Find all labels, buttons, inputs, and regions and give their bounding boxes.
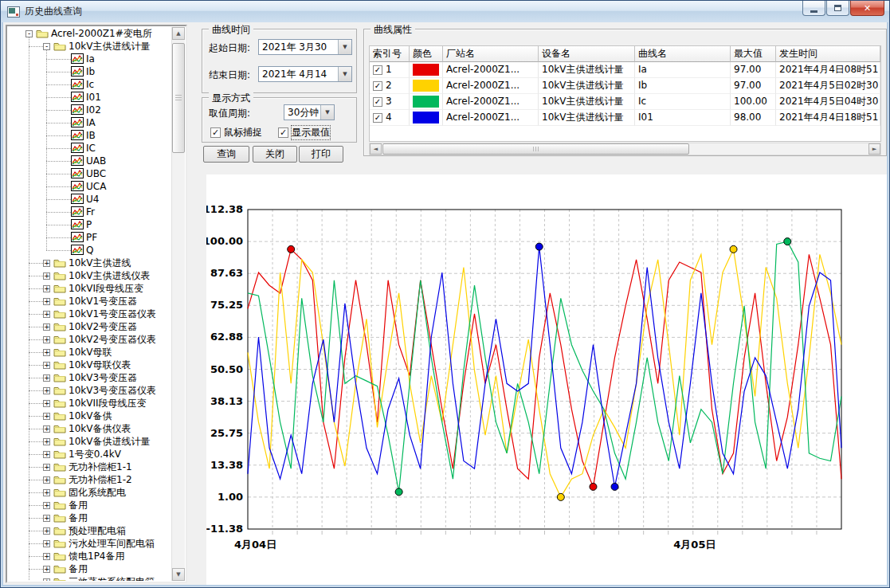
expand-toggle-icon[interactable]: +: [43, 349, 50, 356]
table-row[interactable]: ✓4Acrel-2000Z1...10kV主供进线计量I0198.002021年…: [370, 110, 880, 126]
tree-item[interactable]: +10kVII段母线压变: [8, 397, 171, 410]
tree-item[interactable]: IC: [8, 142, 171, 155]
tree-vertical-scrollbar[interactable]: ▲ ▼: [171, 27, 185, 581]
expand-toggle-icon[interactable]: +: [43, 502, 50, 509]
tree-item[interactable]: +无功补偿柜1-2: [8, 473, 171, 486]
checkbox-check-icon[interactable]: ✓: [210, 127, 221, 138]
query-button[interactable]: 查询: [203, 146, 249, 163]
expand-toggle-icon[interactable]: +: [43, 438, 50, 445]
tree-item[interactable]: +10kVI段母线压变: [8, 282, 171, 295]
expand-toggle-icon[interactable]: +: [43, 260, 50, 267]
expand-toggle-icon[interactable]: +: [43, 464, 50, 471]
tree-item[interactable]: +10kV3号变压器: [8, 371, 171, 384]
tree-item[interactable]: Ia: [8, 53, 171, 65]
curve-visible-checkbox[interactable]: ✓: [373, 81, 382, 91]
show-extremes-checkbox[interactable]: ✓ 显示最值: [278, 126, 330, 139]
expand-toggle-icon[interactable]: +: [43, 425, 50, 433]
table-row[interactable]: ✓2Acrel-2000Z1...10kV主供进线计量Ib97.002021年4…: [370, 78, 880, 94]
curve-visible-checkbox[interactable]: ✓: [373, 113, 382, 123]
expand-toggle-icon[interactable]: +: [43, 451, 50, 458]
scroll-down-button[interactable]: ▼: [172, 568, 185, 581]
tree-item[interactable]: +10kV备供进线计量: [8, 435, 171, 448]
tree-item[interactable]: I02: [8, 104, 171, 116]
chevron-down-icon[interactable]: ▼: [338, 40, 351, 54]
expand-toggle-icon[interactable]: +: [43, 311, 50, 318]
tree-item[interactable]: +10kV母联仪表: [8, 359, 171, 371]
tree-item[interactable]: UAB: [8, 155, 171, 167]
chevron-down-icon[interactable]: ▼: [338, 67, 351, 81]
tree-item[interactable]: +污水处理车间配电箱: [8, 537, 171, 550]
tree-item[interactable]: Q: [8, 244, 171, 257]
curve-visible-checkbox[interactable]: ✓: [373, 65, 382, 75]
expand-toggle-icon[interactable]: +: [43, 413, 50, 420]
expand-toggle-icon[interactable]: +: [43, 298, 50, 305]
tree-item[interactable]: +10kV1号变压器: [8, 295, 171, 308]
expand-toggle-icon[interactable]: +: [43, 540, 50, 547]
tree-item[interactable]: +馈电1P4备用: [8, 550, 171, 563]
tree-item[interactable]: UBC: [8, 167, 171, 180]
tree-item[interactable]: I01: [8, 91, 171, 104]
tree-item[interactable]: Ic: [8, 78, 171, 91]
table-column-header[interactable]: 曲线名: [635, 46, 731, 62]
expand-toggle-icon[interactable]: +: [43, 336, 50, 343]
checkbox-check-icon[interactable]: ✓: [278, 127, 288, 138]
tree-item[interactable]: +无功补偿柜1-1: [8, 461, 171, 473]
tree-item[interactable]: IB: [8, 129, 171, 142]
print-button[interactable]: 打印: [299, 146, 343, 163]
tree-item[interactable]: +1号变0.4kV: [8, 448, 171, 461]
tree-item[interactable]: +10kV3号变压器仪表: [8, 384, 171, 397]
tree-item[interactable]: U4: [8, 193, 171, 206]
minimize-button[interactable]: [802, 1, 825, 16]
expand-toggle-icon[interactable]: +: [43, 387, 50, 394]
tree-item[interactable]: +10kV2号变压器: [8, 320, 171, 333]
table-column-header[interactable]: 最大值: [731, 46, 776, 62]
tree-item[interactable]: Fr: [8, 206, 171, 218]
tree-item[interactable]: -10kV主供进线计量: [8, 40, 171, 53]
tree-item[interactable]: +10kV2号变压器仪表: [8, 333, 171, 346]
table-row[interactable]: ✓1Acrel-2000Z1...10kV主供进线计量Ia97.002021年4…: [370, 62, 880, 78]
expand-toggle-icon[interactable]: +: [43, 527, 50, 535]
expand-toggle-icon[interactable]: +: [43, 489, 50, 496]
tree-item[interactable]: +备用: [8, 499, 171, 512]
table-column-header[interactable]: 颜色: [410, 46, 443, 62]
tree-item[interactable]: -Acrel-2000Z1#变电所: [8, 27, 171, 40]
expand-toggle-icon[interactable]: +: [43, 362, 50, 369]
expand-toggle-icon[interactable]: +: [43, 374, 50, 382]
tree-item[interactable]: Ib: [8, 65, 171, 78]
table-row[interactable]: ✓3Acrel-2000Z1...10kV主供进线计量Ic100.002021年…: [370, 94, 880, 110]
titlebar[interactable]: 历史曲线查询 ✕: [1, 1, 889, 22]
collapse-toggle-icon[interactable]: -: [25, 30, 33, 37]
tree-item[interactable]: +10kV主供进线: [8, 257, 171, 269]
curve-visible-checkbox[interactable]: ✓: [373, 97, 382, 107]
tree-item[interactable]: +10kV母联: [8, 346, 171, 359]
tree-item[interactable]: +备用: [8, 563, 171, 575]
expand-toggle-icon[interactable]: +: [43, 553, 50, 560]
expand-toggle-icon[interactable]: +: [43, 285, 50, 292]
expand-toggle-icon[interactable]: +: [43, 272, 50, 280]
history-curve-chart[interactable]: 112.38100.0087.6375.2562.8850.5038.1325.…: [206, 174, 887, 585]
mouse-capture-checkbox[interactable]: ✓ 鼠标捕捉: [210, 126, 262, 139]
tree-item[interactable]: +预处理配电箱: [8, 524, 171, 537]
tree-item[interactable]: UCA: [8, 180, 171, 193]
scroll-right-button[interactable]: ►: [868, 143, 880, 155]
tree-item[interactable]: +三效蒸发系统配电箱: [8, 575, 171, 581]
tree-scroll-thumb[interactable]: [172, 43, 185, 153]
close-action-button[interactable]: 关闭: [253, 146, 297, 163]
table-column-header[interactable]: 索引号: [370, 46, 410, 62]
tree-item[interactable]: PF: [8, 231, 171, 244]
collapse-toggle-icon[interactable]: -: [43, 43, 50, 50]
tree-item[interactable]: +固化系统配电: [8, 486, 171, 499]
tree-item[interactable]: +10kV备供: [8, 410, 171, 422]
expand-toggle-icon[interactable]: +: [43, 566, 50, 573]
tree-item[interactable]: +10kV主供进线仪表: [8, 269, 171, 282]
table-column-header[interactable]: 发生时间: [776, 46, 880, 62]
chevron-down-icon[interactable]: ▼: [320, 105, 334, 120]
scroll-up-button[interactable]: ▲: [172, 27, 185, 40]
period-select[interactable]: 30分钟 ▼: [284, 104, 335, 120]
expand-toggle-icon[interactable]: +: [43, 323, 50, 331]
end-date-picker[interactable]: 2021年 4月14 ▼: [258, 66, 352, 82]
expand-toggle-icon[interactable]: +: [43, 400, 50, 407]
table-horizontal-scrollbar[interactable]: ◄ ►: [369, 143, 881, 155]
maximize-button[interactable]: [826, 1, 849, 16]
tree-item[interactable]: +10kV1号变压器仪表: [8, 308, 171, 320]
